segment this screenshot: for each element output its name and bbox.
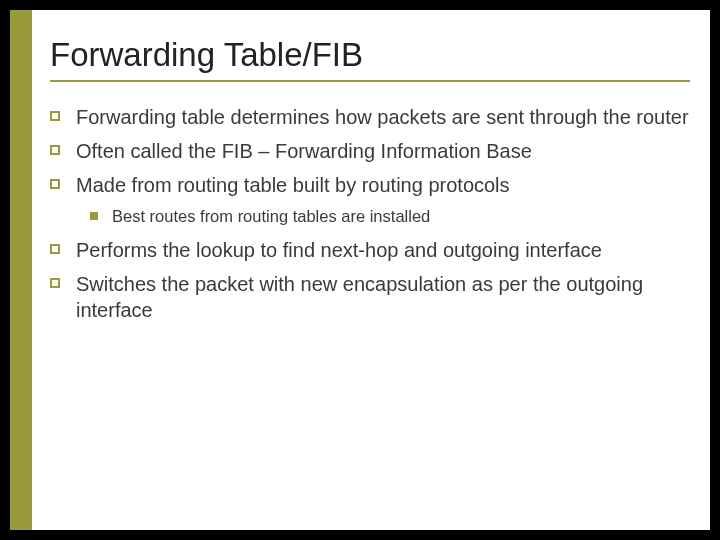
bullet-text: Often called the FIB – Forwarding Inform…	[76, 138, 690, 164]
bullet-marker-icon	[50, 244, 60, 254]
sub-bullet-item: Best routes from routing tables are inst…	[90, 206, 690, 227]
bullet-list: Forwarding table determines how packets …	[50, 104, 690, 323]
bullet-item: Forwarding table determines how packets …	[50, 104, 690, 130]
sub-bullet-marker-icon	[90, 212, 98, 220]
slide: Forwarding Table/FIB Forwarding table de…	[10, 10, 710, 530]
bullet-marker-icon	[50, 278, 60, 288]
bullet-marker-icon	[50, 145, 60, 155]
bullet-text: Forwarding table determines how packets …	[76, 104, 690, 130]
slide-content: Forwarding Table/FIB Forwarding table de…	[32, 10, 710, 530]
sidebar-accent	[10, 10, 32, 530]
bullet-text: Switches the packet with new encapsulati…	[76, 271, 690, 323]
bullet-marker-icon	[50, 179, 60, 189]
bullet-item: Switches the packet with new encapsulati…	[50, 271, 690, 323]
sub-bullet-text: Best routes from routing tables are inst…	[112, 206, 690, 227]
bullet-text: Performs the lookup to find next-hop and…	[76, 237, 690, 263]
bullet-item: Often called the FIB – Forwarding Inform…	[50, 138, 690, 164]
slide-title: Forwarding Table/FIB	[50, 36, 690, 82]
bullet-item: Performs the lookup to find next-hop and…	[50, 237, 690, 263]
bullet-marker-icon	[50, 111, 60, 121]
bullet-item: Made from routing table built by routing…	[50, 172, 690, 198]
bullet-text: Made from routing table built by routing…	[76, 172, 690, 198]
